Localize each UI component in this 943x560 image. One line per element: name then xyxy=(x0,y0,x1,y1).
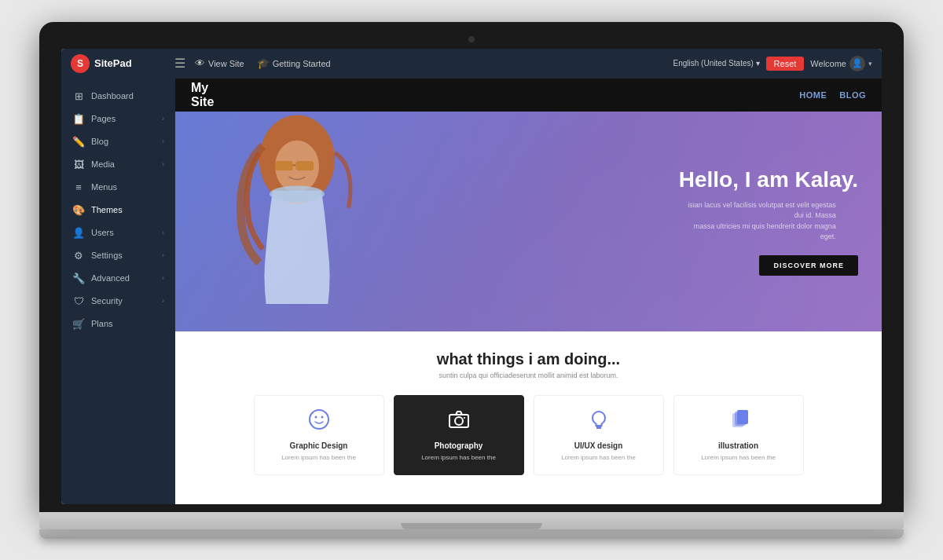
screen-bezel: S SitePad ☰ 👁 View Site 🎓 Getting Starte… xyxy=(39,22,904,512)
eye-icon: 👁 xyxy=(195,57,205,69)
hero-person xyxy=(199,112,395,331)
sidebar-label-dashboard: Dashboard xyxy=(91,91,164,101)
sidebar-item-advanced[interactable]: 🔧 Advanced › xyxy=(61,267,175,290)
services-subtext: suntin culpa qui officiadeserunt mollit … xyxy=(191,372,866,379)
discover-more-button[interactable]: DISCOVER MORE xyxy=(759,255,858,276)
getting-started-link[interactable]: 🎓 Getting Started xyxy=(257,57,331,69)
camera-icon xyxy=(448,408,470,435)
svg-point-8 xyxy=(321,415,323,418)
services-grid: Graphic Design Lorem ipsum has been the xyxy=(254,395,804,475)
sidebar-item-pages[interactable]: 📋 Pages › xyxy=(61,108,175,130)
smile-icon xyxy=(308,408,330,435)
welcome-button[interactable]: Welcome 👤 ▾ xyxy=(810,56,872,71)
media-icon: 🖼 xyxy=(72,159,85,170)
top-bar-actions: 👁 View Site 🎓 Getting Started xyxy=(195,57,664,69)
sidebar-label-media: Media xyxy=(91,159,156,169)
advanced-icon: 🔧 xyxy=(72,273,85,284)
svg-point-7 xyxy=(314,415,317,418)
service-card-graphic-design[interactable]: Graphic Design Lorem ipsum has been the xyxy=(254,395,384,475)
language-selector[interactable]: English (United States) ▾ xyxy=(673,59,760,68)
reset-button[interactable]: Reset xyxy=(766,57,805,71)
service-desc-graphic-design: Lorem ipsum has been the xyxy=(281,453,356,462)
getting-started-label: Getting Started xyxy=(273,59,331,68)
sidebar-label-users: Users xyxy=(91,228,156,237)
hero-section: Hello, I am Kalay. isian lacus vel facil… xyxy=(175,112,882,331)
site-nav-links: HOME BLOG xyxy=(799,90,866,100)
users-arrow-icon: › xyxy=(162,229,164,236)
hamburger-icon[interactable]: ☰ xyxy=(174,56,185,71)
service-name-photography: Photography xyxy=(435,441,483,450)
view-site-link[interactable]: 👁 View Site xyxy=(195,57,244,69)
svg-rect-2 xyxy=(275,161,293,170)
bulb-icon xyxy=(588,408,610,435)
pages-arrow-icon: › xyxy=(162,115,164,123)
site-nav: My Site HOME BLOG xyxy=(175,79,882,112)
laptop-base xyxy=(39,512,904,529)
sidebar-item-users[interactable]: 👤 Users › xyxy=(61,221,175,244)
laptop-container: S SitePad ☰ 👁 View Site 🎓 Getting Starte… xyxy=(39,22,904,539)
camera-dot xyxy=(468,36,475,42)
site-logo: My Site xyxy=(191,81,214,108)
blog-arrow-icon: › xyxy=(162,137,164,145)
sidebar-item-blog[interactable]: ✏️ Blog › xyxy=(61,130,175,153)
hero-subtext: isian lacus vel facilisis volutpat est v… xyxy=(679,200,836,243)
top-bar-right: English (United States) ▾ Reset Welcome … xyxy=(673,56,872,71)
sidebar-item-themes[interactable]: 🎨 Themes xyxy=(61,199,175,221)
site-preview: My Site HOME BLOG xyxy=(175,79,882,504)
security-icon: 🛡 xyxy=(72,295,85,307)
sidebar-item-security[interactable]: 🛡 Security › xyxy=(61,290,175,313)
pages-icon: 📋 xyxy=(72,113,85,125)
themes-icon: 🎨 xyxy=(72,204,85,216)
view-site-label: View Site xyxy=(208,59,244,68)
sidebar-label-themes: Themes xyxy=(91,205,164,214)
menus-icon: ≡ xyxy=(72,181,85,193)
service-name-ui-ux: UI/UX design xyxy=(574,441,623,450)
sidebar-label-plans: Plans xyxy=(91,319,164,328)
sidebar-item-menus[interactable]: ≡ Menus xyxy=(61,176,175,199)
service-name-illustration: illustration xyxy=(718,441,758,450)
nav-link-blog[interactable]: BLOG xyxy=(839,90,866,100)
plans-icon: 🛒 xyxy=(72,318,85,330)
user-dropdown-icon: ▾ xyxy=(868,60,872,68)
laptop-foot xyxy=(39,529,904,539)
dashboard-icon: ⊞ xyxy=(72,90,85,102)
service-name-graphic-design: Graphic Design xyxy=(290,441,348,450)
sidebar-item-settings[interactable]: ⚙ Settings › xyxy=(61,244,175,267)
settings-arrow-icon: › xyxy=(162,251,164,259)
service-card-ui-ux[interactable]: UI/UX design Lorem ipsum has been the xyxy=(534,395,664,475)
svg-point-10 xyxy=(455,417,463,425)
nav-link-home[interactable]: HOME xyxy=(799,90,827,100)
sidebar-item-dashboard[interactable]: ⊞ Dashboard xyxy=(61,85,175,108)
sitepad-logo-icon: S xyxy=(71,54,90,73)
main-area: ⊞ Dashboard 📋 Pages › ✏️ Blog › xyxy=(61,79,882,504)
service-card-photography[interactable]: Photography Lorem ipsum has been the xyxy=(394,395,524,475)
sidebar-label-advanced: Advanced xyxy=(91,273,156,283)
services-heading: what things i am doing... xyxy=(191,350,866,368)
svg-rect-16 xyxy=(737,410,748,424)
svg-rect-3 xyxy=(295,161,314,170)
sidebar-label-pages: Pages xyxy=(91,114,156,123)
settings-icon: ⚙ xyxy=(72,250,85,262)
top-bar: S SitePad ☰ 👁 View Site 🎓 Getting Starte… xyxy=(61,49,882,79)
security-arrow-icon: › xyxy=(162,297,164,305)
media-arrow-icon: › xyxy=(162,160,164,168)
layers-icon xyxy=(728,408,750,435)
services-section: what things i am doing... suntin culpa q… xyxy=(175,331,882,504)
blog-icon: ✏️ xyxy=(72,136,85,148)
sidebar-item-plans[interactable]: 🛒 Plans xyxy=(61,313,175,335)
svg-point-6 xyxy=(310,410,328,429)
service-desc-photography: Lorem ipsum has been the xyxy=(421,453,496,462)
site-logo-line2: Site xyxy=(191,95,214,108)
sidebar-label-security: Security xyxy=(91,296,156,306)
service-card-illustration[interactable]: illustration Lorem ipsum has been the xyxy=(673,395,804,475)
hero-text-area: Hello, I am Kalay. isian lacus vel facil… xyxy=(679,167,858,276)
graduation-icon: 🎓 xyxy=(257,57,270,69)
sidebar-item-media[interactable]: 🖼 Media › xyxy=(61,153,175,176)
laptop-screen: S SitePad ☰ 👁 View Site 🎓 Getting Starte… xyxy=(61,49,882,504)
app-container: S SitePad ☰ 👁 View Site 🎓 Getting Starte… xyxy=(61,49,882,504)
hero-subtext-line2: massa ultricies mi quis hendrerit dolor … xyxy=(694,222,836,241)
sidebar-label-blog: Blog xyxy=(91,137,156,146)
hero-heading: Hello, I am Kalay. xyxy=(679,167,858,192)
svg-point-5 xyxy=(270,185,325,202)
content-area: My Site HOME BLOG xyxy=(175,79,882,504)
